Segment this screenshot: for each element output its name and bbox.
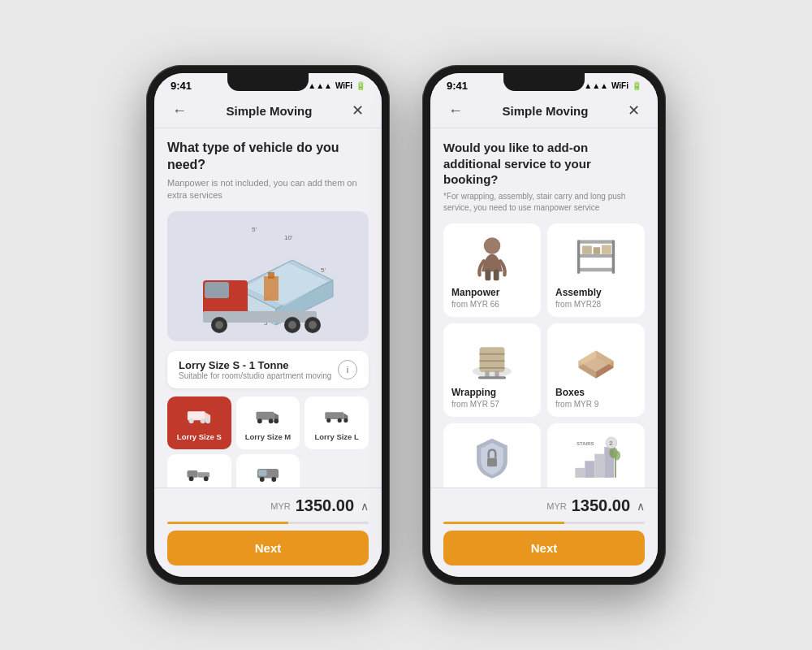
van-icon	[255, 464, 281, 485]
price-bar-1	[167, 522, 369, 524]
addon-card-6[interactable]: STAIRS 2	[547, 423, 645, 488]
svg-rect-25	[256, 412, 274, 420]
svg-point-13	[215, 321, 223, 329]
vehicle-option-lorry-m[interactable]: Lorry Size M	[236, 396, 300, 449]
price-row-2: MYR 1350.00 ∧	[443, 496, 645, 515]
addon-card-manpower[interactable]: Manpower from MYR 66	[443, 223, 541, 317]
addon-grid: Manpower from MYR 66	[443, 223, 645, 488]
manpower-illustration	[451, 233, 533, 282]
status-time-2: 9:41	[447, 80, 468, 92]
price-bar-2	[443, 522, 645, 524]
vehicle-option-van[interactable]: Van	[236, 454, 300, 488]
signal-icon-2: ▲▲▲	[584, 81, 608, 90]
svg-rect-49	[577, 240, 580, 273]
addon-name-wrapping: Wrapping	[451, 387, 496, 398]
vehicle-option-lorry-s[interactable]: Lorry Size S	[167, 396, 231, 449]
price-amount-2: 1350.00	[572, 496, 630, 515]
svg-rect-61	[478, 376, 506, 379]
wifi-icon-1: WiFi	[335, 81, 352, 90]
addon-card-assembly[interactable]: Assembly from MYR28	[547, 223, 645, 317]
price-row-1: MYR 1350.00 ∧	[167, 496, 369, 515]
svg-rect-10	[205, 282, 229, 298]
close-button-2[interactable]: ✕	[623, 100, 645, 121]
svg-rect-47	[579, 254, 614, 257]
boxes-illustration	[555, 333, 637, 382]
vehicle-label-lorry-s: Lorry Size S	[177, 432, 222, 441]
addon-question: Would you like to add-on additional serv…	[443, 140, 645, 188]
vehicle-label-lorry-m: Lorry Size M	[245, 432, 292, 441]
vehicle-label-lorry-l: Lorry Size L	[314, 432, 358, 441]
close-button-1[interactable]: ✕	[347, 100, 369, 121]
svg-point-41	[260, 477, 265, 482]
svg-rect-18	[264, 276, 279, 301]
notch-1	[227, 73, 309, 91]
battery-icon-1: 🔋	[356, 81, 365, 90]
status-icons-1: ▲▲▲ WiFi 🔋	[308, 81, 365, 90]
svg-point-32	[326, 418, 330, 422]
next-button-2[interactable]: Next	[443, 531, 645, 566]
svg-rect-45	[494, 269, 499, 280]
vehicle-placeholder	[304, 454, 369, 488]
app-header-1: ← Simple Moving ✕	[154, 95, 382, 128]
addon-price-wrapping: from MYR 57	[451, 400, 499, 409]
svg-point-28	[269, 419, 274, 424]
svg-point-24	[205, 418, 210, 423]
wrapping-illustration	[451, 333, 533, 382]
question-title-1: What type of vehicle do you need?	[167, 140, 369, 174]
next-button-1[interactable]: Next	[167, 531, 369, 566]
addon-price-assembly: from MYR28	[555, 300, 601, 309]
price-currency-1: MYR	[270, 501, 290, 511]
svg-point-33	[337, 418, 341, 422]
wifi-icon-2: WiFi	[611, 81, 628, 90]
svg-point-38	[204, 477, 209, 482]
addon-card-boxes[interactable]: Boxes from MYR 9	[547, 323, 645, 417]
back-button-2[interactable]: ←	[443, 101, 468, 121]
addon-price-manpower: from MYR 66	[451, 300, 499, 309]
price-currency-2: MYR	[546, 501, 566, 511]
scene: 9:41 ▲▲▲ WiFi 🔋 ← Simple Moving ✕ What t…	[146, 65, 666, 585]
svg-rect-44	[485, 269, 490, 280]
vehicle-option-lorry-l[interactable]: Lorry Size L	[304, 396, 369, 449]
addon-card-wrapping[interactable]: Wrapping from MYR 57	[443, 323, 541, 417]
svg-text:10': 10'	[284, 234, 293, 241]
question-subtitle-1: Manpower is not included, you can add th…	[167, 177, 369, 202]
notch-2	[503, 73, 585, 91]
svg-point-43	[484, 237, 501, 254]
price-amount-1: 1350.00	[296, 496, 354, 515]
svg-point-37	[189, 477, 194, 482]
lorry-title: Lorry Size S - 1 Tonne	[179, 359, 331, 371]
svg-point-17	[309, 321, 317, 329]
back-button-1[interactable]: ←	[167, 101, 192, 121]
svg-rect-50	[612, 240, 615, 273]
svg-point-74	[613, 450, 620, 460]
price-caret-2[interactable]: ∧	[637, 500, 645, 513]
svg-point-34	[343, 418, 348, 422]
svg-point-15	[288, 321, 296, 329]
lorry-desc: Suitable for room/studio apartment movin…	[179, 371, 331, 380]
svg-rect-53	[602, 245, 611, 254]
app-footer-2: MYR 1350.00 ∧ Next	[430, 488, 658, 577]
vehicle-option-pickup[interactable]: 4x4 Pickup	[167, 454, 231, 488]
phone-1-inner: 9:41 ▲▲▲ WiFi 🔋 ← Simple Moving ✕ What t…	[154, 73, 382, 577]
app-header-2: ← Simple Moving ✕	[430, 95, 658, 128]
svg-rect-30	[325, 413, 343, 420]
phone-1: 9:41 ▲▲▲ WiFi 🔋 ← Simple Moving ✕ What t…	[146, 65, 390, 585]
app-title-2: Simple Moving	[503, 104, 589, 118]
svg-rect-70	[594, 453, 604, 477]
battery-icon-2: 🔋	[632, 81, 641, 90]
svg-rect-68	[575, 467, 585, 477]
svg-rect-52	[594, 247, 601, 254]
app-footer-1: MYR 1350.00 ∧ Next	[154, 488, 382, 577]
price-caret-1[interactable]: ∧	[361, 500, 369, 513]
svg-point-27	[257, 419, 262, 424]
addon-subtitle: *For wrapping, assembly, stair carry and…	[443, 191, 645, 214]
lorry-m-icon	[255, 406, 281, 427]
app-content-1: What type of vehicle do you need? Manpow…	[154, 128, 382, 488]
phone-2-inner: 9:41 ▲▲▲ WiFi 🔋 ← Simple Moving ✕ Would …	[430, 73, 658, 577]
truck-svg: 5' 10' 5' 2.8' 5'	[187, 215, 349, 337]
svg-rect-40	[258, 470, 266, 476]
lorry-info-text: Lorry Size S - 1 Tonne Suitable for room…	[179, 359, 331, 380]
info-button[interactable]: i	[338, 360, 357, 379]
addon-card-5[interactable]	[443, 423, 541, 488]
svg-point-23	[201, 418, 205, 423]
